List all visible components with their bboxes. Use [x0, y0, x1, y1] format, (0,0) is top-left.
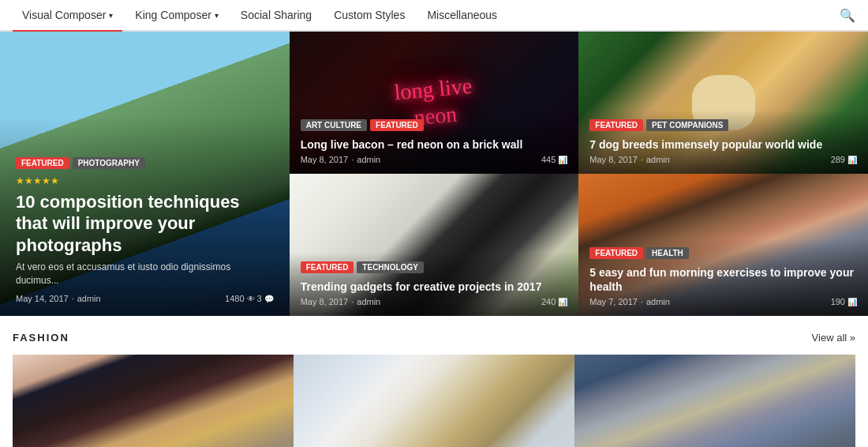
- fashion-image-2: [294, 355, 574, 447]
- views-icon: 📊: [558, 156, 567, 164]
- tag-featured: Featured: [589, 119, 643, 131]
- card-dog-title: 7 dog breeds immensely popular world wid…: [589, 137, 857, 152]
- view-all-link[interactable]: View all »: [812, 332, 855, 344]
- nav-items: Visual Composer ▾ King Composer ▾ Social…: [13, 0, 840, 31]
- card-neon[interactable]: long liveneon Art Culture Featured Long …: [290, 32, 579, 174]
- tag-featured: Featured: [301, 261, 354, 273]
- hero-main-card[interactable]: Featured Photography ★★★★★ 10 compositio…: [0, 32, 290, 316]
- card-dog[interactable]: Featured Pet Companions 7 dog breeds imm…: [578, 32, 868, 174]
- card-gadgets-tags: Featured Technology: [301, 261, 568, 273]
- hero-main-title: 10 composition techniques that will impr…: [16, 191, 274, 257]
- tag-health: Health: [646, 247, 689, 259]
- hero-main-author: admin: [77, 294, 101, 303]
- views-icon: 📊: [847, 156, 857, 164]
- tag-art-culture: Art Culture: [301, 119, 367, 131]
- hero-main-tags: Featured Photography: [16, 157, 274, 169]
- card-gadgets-title: Trending gadgets for creative projects i…: [301, 280, 568, 294]
- tag-technology: Technology: [357, 261, 424, 273]
- tag-featured: Featured: [16, 157, 69, 169]
- card-exercise-meta: May 7, 2017 · admin 190 📊: [589, 297, 857, 306]
- card-exercise-tags: Featured Health: [589, 247, 857, 259]
- hero-main-comments: 3: [257, 294, 262, 303]
- hero-grid: Featured Photography ★★★★★ 10 compositio…: [0, 32, 868, 316]
- views-icon: 📊: [847, 298, 857, 306]
- nav-item-king-composer[interactable]: King Composer ▾: [125, 0, 228, 31]
- main-nav: Visual Composer ▾ King Composer ▾ Social…: [0, 0, 868, 32]
- comment-icon: 💬: [264, 295, 274, 303]
- hero-main-overlay: Featured Photography ★★★★★ 10 compositio…: [0, 32, 290, 316]
- tag-featured: Featured: [370, 119, 424, 131]
- views-icon: 📊: [558, 298, 567, 306]
- search-icon[interactable]: 🔍: [840, 8, 855, 23]
- fashion-image-1: [13, 355, 294, 447]
- card-exercise-title: 5 easy and fun morning exercises to impr…: [589, 265, 857, 294]
- hero-main-stats: 1480 👁 3 💬: [225, 294, 274, 303]
- tag-featured: Featured: [589, 247, 643, 259]
- fashion-section-header: FASHION View all »: [13, 332, 855, 344]
- chevron-down-icon: ▾: [215, 11, 219, 20]
- card-exercise-overlay: Featured Health 5 easy and fun morning e…: [578, 238, 868, 316]
- nav-item-social-sharing[interactable]: Social Sharing: [231, 0, 321, 31]
- hero-main-date: May 14, 2017: [16, 294, 69, 303]
- card-neon-overlay: Art Culture Featured Long live bacon – r…: [290, 110, 579, 174]
- fashion-card-3[interactable]: [574, 355, 855, 447]
- card-gadgets[interactable]: Featured Technology Trending gadgets for…: [290, 174, 579, 316]
- fashion-section: FASHION View all »: [0, 316, 868, 447]
- fashion-section-title: FASHION: [13, 332, 69, 344]
- card-gadgets-overlay: Featured Technology Trending gadgets for…: [290, 252, 579, 316]
- card-dog-meta: May 8, 2017 · admin 289 📊: [589, 155, 857, 164]
- fashion-grid: [13, 355, 855, 447]
- card-neon-tags: Art Culture Featured: [301, 119, 568, 131]
- card-dog-tags: Featured Pet Companions: [589, 119, 857, 131]
- tag-pet-companions: Pet Companions: [646, 119, 728, 131]
- nav-item-custom-styles[interactable]: Custom Styles: [324, 0, 414, 31]
- hero-stars: ★★★★★: [16, 175, 274, 186]
- card-gadgets-meta: May 8, 2017 · admin 240 📊: [301, 297, 568, 306]
- hero-main-meta: May 14, 2017 · admin 1480 👁 3 💬: [16, 294, 274, 303]
- tag-photography: Photography: [73, 157, 145, 169]
- hero-main-views: 1480: [225, 294, 244, 303]
- chevron-down-icon: ▾: [109, 11, 113, 20]
- nav-item-miscellaneous[interactable]: Miscellaneous: [417, 0, 507, 31]
- card-neon-meta: May 8, 2017 · admin 445 📊: [301, 155, 568, 164]
- views-icon: 👁: [247, 295, 255, 303]
- hero-main-excerpt: At vero eos et accusamus et iusto odio d…: [16, 261, 274, 287]
- card-exercise[interactable]: Featured Health 5 easy and fun morning e…: [578, 174, 868, 316]
- fashion-card-1[interactable]: [13, 355, 294, 447]
- nav-item-visual-composer[interactable]: Visual Composer ▾: [13, 0, 122, 32]
- fashion-image-3: [574, 355, 855, 447]
- card-neon-title: Long live bacon – red neon on a brick wa…: [301, 137, 568, 152]
- card-dog-overlay: Featured Pet Companions 7 dog breeds imm…: [578, 110, 868, 174]
- fashion-card-2[interactable]: [294, 355, 574, 447]
